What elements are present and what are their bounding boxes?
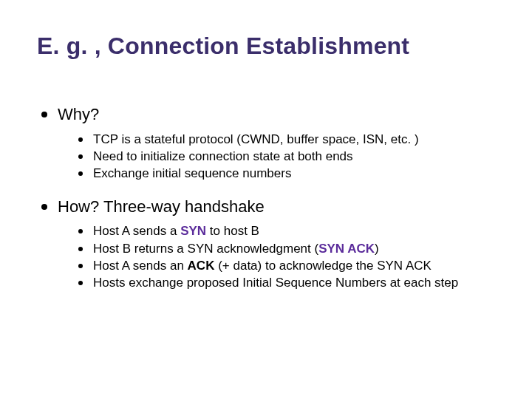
text-segment: ) bbox=[375, 242, 379, 256]
bullet-icon bbox=[78, 229, 83, 233]
level2-item: Need to initialize connection state at b… bbox=[75, 149, 495, 165]
text-segment: TCP is a stateful protocol (CWND, buffer… bbox=[93, 132, 419, 146]
text-segment: SYN bbox=[180, 224, 206, 238]
level2-text: Exchange initial sequence numbers bbox=[93, 166, 291, 180]
text-segment: Hosts exchange proposed Initial Sequence… bbox=[93, 276, 458, 290]
level2-list-1: Host A sends a SYN to host BHost B retur… bbox=[58, 223, 495, 290]
bullet-icon bbox=[78, 137, 83, 142]
bullet-icon bbox=[78, 247, 83, 251]
level2-item: Host B returns a SYN acknowledgment (SYN… bbox=[75, 241, 495, 257]
level2-item: Hosts exchange proposed Initial Sequence… bbox=[75, 275, 495, 291]
bullet-icon bbox=[78, 264, 83, 268]
level2-text: Hosts exchange proposed Initial Sequence… bbox=[93, 276, 458, 290]
text-segment: Host A sends a bbox=[93, 224, 180, 238]
text-segment: Host B returns a SYN acknowledgment ( bbox=[93, 242, 318, 256]
level2-item: TCP is a stateful protocol (CWND, buffer… bbox=[75, 132, 495, 148]
bullet-icon bbox=[78, 171, 83, 176]
level2-list-0: TCP is a stateful protocol (CWND, buffer… bbox=[58, 132, 495, 182]
level1-text: How? Three-way handshake bbox=[58, 197, 265, 216]
text-segment: Need to initialize connection state at b… bbox=[93, 149, 353, 163]
slide-title: E. g. , Connection Establishment bbox=[37, 33, 495, 60]
level2-text: Need to initialize connection state at b… bbox=[93, 149, 353, 163]
text-segment: Exchange initial sequence numbers bbox=[93, 166, 291, 180]
level2-text: Host A sends an ACK (+ data) to acknowle… bbox=[93, 259, 432, 273]
level2-item: Host A sends an ACK (+ data) to acknowle… bbox=[75, 258, 495, 274]
level1-item: How? Three-way handshake Host A sends a … bbox=[37, 197, 495, 291]
bullet-list: Why? TCP is a stateful protocol (CWND, b… bbox=[37, 104, 495, 291]
slide: E. g. , Connection Establishment Why? TC… bbox=[0, 0, 532, 399]
bullet-icon bbox=[41, 112, 47, 117]
level1-text: Why? bbox=[58, 105, 99, 123]
text-segment: Host A sends an bbox=[93, 259, 188, 273]
text-segment: to host B bbox=[206, 224, 259, 238]
text-segment: SYN ACK bbox=[318, 242, 375, 256]
level2-text: Host B returns a SYN acknowledgment (SYN… bbox=[93, 242, 379, 256]
bullet-icon bbox=[78, 154, 83, 159]
level2-item: Exchange initial sequence numbers bbox=[75, 166, 495, 182]
text-segment: (+ data) to acknowledge the SYN ACK bbox=[214, 259, 431, 273]
level1-item: Why? TCP is a stateful protocol (CWND, b… bbox=[37, 104, 495, 182]
text-segment: ACK bbox=[188, 259, 215, 273]
bullet-icon bbox=[78, 281, 83, 285]
level2-text: TCP is a stateful protocol (CWND, buffer… bbox=[93, 132, 419, 146]
bullet-icon bbox=[41, 204, 47, 210]
level2-text: Host A sends a SYN to host B bbox=[93, 224, 259, 238]
level2-item: Host A sends a SYN to host B bbox=[75, 223, 495, 239]
